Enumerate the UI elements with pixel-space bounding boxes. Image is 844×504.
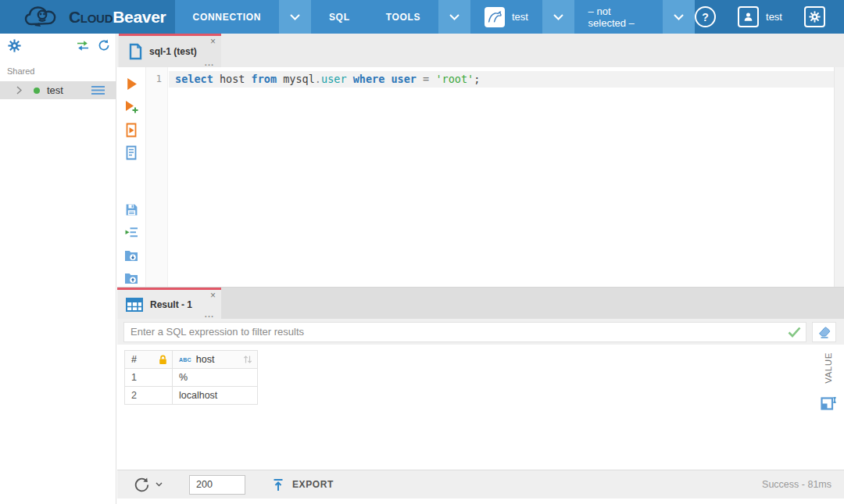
export-label: EXPORT bbox=[292, 479, 334, 490]
table-row[interactable]: 1 % bbox=[125, 369, 258, 387]
user-menu-button[interactable]: test bbox=[738, 6, 782, 27]
sql-token: ; bbox=[474, 73, 480, 85]
refresh-tree-button[interactable] bbox=[98, 39, 110, 52]
floppy-save-icon bbox=[125, 203, 138, 216]
export-button[interactable]: EXPORT bbox=[272, 478, 334, 491]
clear-filter-button[interactable] bbox=[812, 322, 836, 342]
sync-arrows-icon bbox=[76, 40, 90, 52]
result-footer-bar: EXPORT Success - 81ms bbox=[117, 470, 844, 499]
play-plus-icon bbox=[125, 100, 138, 113]
settings-button[interactable] bbox=[804, 6, 825, 27]
sql-token: from bbox=[252, 73, 277, 85]
table-grid-icon bbox=[126, 298, 143, 312]
folder-arrow-down-icon bbox=[124, 249, 138, 262]
sort-icon[interactable] bbox=[243, 355, 252, 364]
host-value-cell[interactable]: % bbox=[173, 369, 258, 387]
save-button[interactable] bbox=[122, 202, 141, 218]
sql-token: where bbox=[353, 73, 385, 85]
refresh-icon bbox=[98, 39, 110, 52]
tab-sql-editor[interactable]: sql-1 (test) × ... bbox=[119, 34, 221, 67]
sql-code-line[interactable]: select host from mysql.user where user =… bbox=[175, 73, 826, 85]
export-up-arrow-icon bbox=[272, 478, 284, 491]
row-limit-input[interactable] bbox=[189, 475, 245, 495]
app-brand: CloudBeaver bbox=[0, 0, 175, 34]
gear-icon bbox=[8, 39, 21, 52]
result-grid-area: # ABC host bbox=[117, 345, 844, 470]
play-icon bbox=[126, 77, 138, 91]
menu-tools-button[interactable]: TOOLS bbox=[368, 0, 439, 34]
chevron-down-icon bbox=[156, 482, 163, 487]
sidebar-item-test-connection[interactable]: test bbox=[0, 81, 116, 99]
tab-menu-icon[interactable]: ... bbox=[205, 310, 214, 318]
script-play-icon bbox=[124, 123, 138, 138]
menu-connection-button[interactable]: CONNECTION bbox=[175, 0, 280, 34]
sql-script-icon bbox=[127, 43, 142, 60]
check-icon bbox=[788, 327, 801, 338]
tab-menu-icon[interactable]: ... bbox=[205, 59, 214, 66]
value-panel-strip: VALUE bbox=[817, 352, 840, 411]
refresh-results-button[interactable] bbox=[133, 476, 163, 494]
top-bar-right: ? test bbox=[695, 0, 844, 34]
user-icon bbox=[738, 6, 759, 27]
connection-menu-icon[interactable] bbox=[91, 85, 106, 95]
connection-selector-label: test bbox=[512, 11, 528, 23]
line-number: 1 bbox=[146, 73, 168, 84]
row-index-cell[interactable]: 1 bbox=[125, 369, 173, 387]
apply-filter-button[interactable] bbox=[782, 327, 806, 338]
menu-sql-button[interactable]: SQL bbox=[311, 0, 368, 34]
filter-input[interactable] bbox=[124, 323, 782, 341]
chevron-down-icon bbox=[290, 14, 300, 20]
string-type-icon: ABC bbox=[179, 357, 191, 363]
editor-scrollbar[interactable] bbox=[834, 67, 844, 287]
top-menu: CONNECTION SQL TOOLS test – not selected… bbox=[175, 0, 695, 34]
table-header-row: # ABC host bbox=[125, 351, 258, 369]
execute-query-new-tab-button[interactable] bbox=[122, 98, 141, 115]
chevron-right-icon[interactable] bbox=[16, 86, 22, 95]
sql-token: user bbox=[391, 73, 417, 85]
database-selector-dropdown-button[interactable] bbox=[663, 0, 695, 34]
tools-dropdown-button[interactable] bbox=[438, 0, 470, 34]
lock-icon bbox=[159, 355, 167, 365]
value-panel-toggle-button[interactable] bbox=[821, 395, 837, 411]
brand-beaver: Beaver bbox=[113, 8, 166, 26]
gear-icon bbox=[809, 11, 821, 23]
brand-cloud: Cloud bbox=[69, 8, 113, 26]
sync-connection-button[interactable] bbox=[76, 40, 90, 52]
value-panel-icon bbox=[821, 395, 837, 411]
open-script-button[interactable] bbox=[122, 247, 141, 263]
user-name-label: test bbox=[766, 11, 782, 23]
help-button[interactable]: ? bbox=[695, 6, 716, 27]
table-row[interactable]: 2 localhost bbox=[125, 387, 258, 405]
connection-dropdown-button[interactable] bbox=[279, 0, 311, 34]
database-selector[interactable]: – not selected – bbox=[574, 0, 663, 34]
sql-token bbox=[347, 73, 353, 85]
sql-token bbox=[417, 73, 423, 85]
connection-status-dot bbox=[34, 88, 40, 94]
execute-script-button[interactable] bbox=[122, 122, 141, 138]
main-area: sql-1 (test) × ... bbox=[117, 34, 844, 504]
tab-title: Result - 1 bbox=[150, 299, 192, 310]
brand-name: CloudBeaver bbox=[69, 8, 166, 27]
execute-query-button[interactable] bbox=[122, 76, 141, 92]
close-icon[interactable]: × bbox=[210, 37, 216, 46]
host-value-cell[interactable]: localhost bbox=[173, 387, 258, 405]
format-script-button[interactable] bbox=[122, 224, 141, 241]
connection-selector[interactable]: test bbox=[470, 0, 542, 34]
sql-editor-toolbar bbox=[117, 67, 146, 287]
host-column-header[interactable]: ABC host bbox=[173, 351, 258, 369]
tab-result-1[interactable]: Result - 1 × ... bbox=[117, 288, 221, 319]
execution-plan-button[interactable] bbox=[122, 145, 141, 161]
row-index-cell[interactable]: 2 bbox=[125, 387, 173, 405]
navigator-toolbar bbox=[0, 34, 116, 57]
refresh-icon bbox=[133, 476, 151, 494]
navigator-settings-button[interactable] bbox=[6, 38, 22, 53]
cloudbeaver-logo-icon bbox=[23, 4, 61, 30]
index-header-label: # bbox=[131, 354, 137, 365]
chevron-down-icon bbox=[449, 14, 460, 20]
connection-selector-dropdown-button[interactable] bbox=[542, 0, 574, 34]
close-icon[interactable]: × bbox=[210, 291, 216, 300]
code-area[interactable]: 1 select host from mysql.user where user… bbox=[146, 67, 834, 287]
save-script-button[interactable] bbox=[122, 270, 141, 287]
index-column-header[interactable]: # bbox=[125, 351, 173, 369]
editor-tab-bar: sql-1 (test) × ... bbox=[117, 34, 844, 67]
